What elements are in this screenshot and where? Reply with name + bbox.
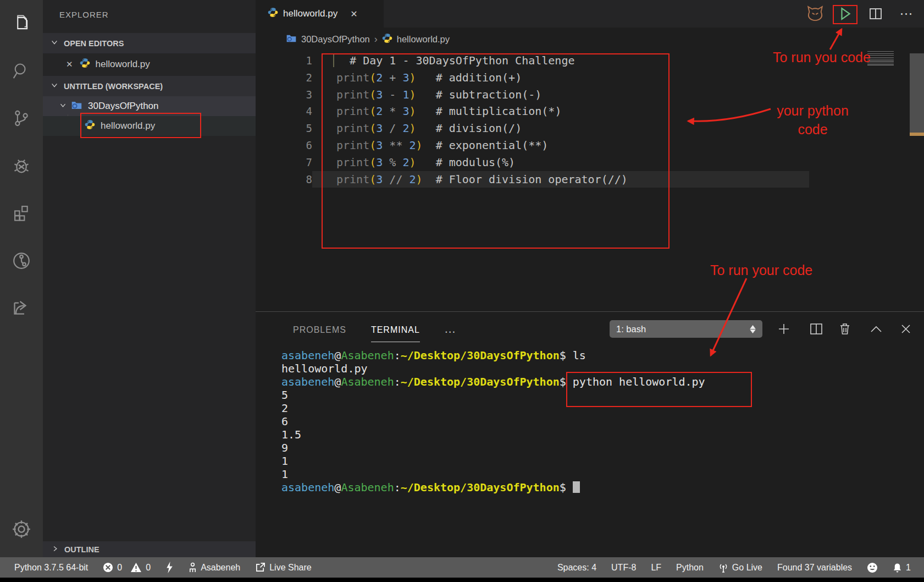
python-file-icon bbox=[268, 7, 278, 20]
run-button[interactable] bbox=[837, 0, 854, 28]
feedback-smiley-icon[interactable] bbox=[867, 562, 878, 573]
open-editor-label: helloworld.py bbox=[96, 59, 150, 70]
chevron-down-icon bbox=[51, 81, 58, 91]
user-status[interactable]: Asabeneh bbox=[189, 562, 240, 573]
code-line[interactable]: 8print(3 // 2) # Floor division operator… bbox=[256, 171, 924, 188]
code-text: print(3 ** 2) # exponential(**) bbox=[336, 137, 548, 154]
split-terminal-icon[interactable] bbox=[807, 320, 826, 338]
eol-status[interactable]: LF bbox=[651, 563, 661, 573]
close-icon[interactable]: ✕ bbox=[350, 9, 357, 19]
folder-tree-item[interactable]: 30DaysOfPython bbox=[43, 96, 256, 116]
python-file-icon bbox=[85, 119, 95, 133]
notifications-status[interactable]: 1 bbox=[893, 562, 911, 573]
encoding-status[interactable]: UTF-8 bbox=[611, 563, 636, 573]
extensions-icon[interactable] bbox=[0, 202, 43, 223]
select-spinner-icon bbox=[750, 325, 756, 333]
cat-icon[interactable] bbox=[805, 0, 825, 28]
overview-ruler-marker bbox=[910, 133, 924, 136]
tab-terminal[interactable]: TERMINAL bbox=[371, 325, 420, 342]
breadcrumb-folder[interactable]: 30DaysOfPython bbox=[301, 34, 370, 45]
code-line[interactable]: 2print(2 + 3) # addition(+) bbox=[256, 69, 924, 86]
status-bar: Python 3.7.5 64-bit 0 0 Asabeneh Live Sh… bbox=[0, 557, 924, 578]
live-share-icon[interactable] bbox=[0, 250, 43, 272]
terminal-line: 1.5 bbox=[281, 428, 705, 441]
folder-icon bbox=[286, 34, 297, 45]
annotation-run-top: To run you code bbox=[773, 50, 871, 65]
activity-bar bbox=[0, 0, 43, 557]
panel-tabs: PROBLEMS TERMINAL ⋯ bbox=[293, 325, 457, 342]
line-number: 2 bbox=[256, 69, 312, 86]
close-icon[interactable]: ✕ bbox=[66, 59, 73, 69]
share-feedback-icon[interactable] bbox=[0, 296, 43, 318]
sidebar-title: EXPLORER bbox=[59, 10, 109, 19]
lightning-icon[interactable] bbox=[165, 562, 174, 573]
explorer-icon[interactable] bbox=[0, 13, 43, 33]
terminal[interactable]: asabeneh@Asabeneh:~/Desktop/30DaysOfPyth… bbox=[281, 349, 705, 494]
breadcrumb[interactable]: 30DaysOfPython › helloworld.py bbox=[256, 28, 924, 51]
tab-problems[interactable]: PROBLEMS bbox=[293, 325, 346, 342]
terminal-line: 6 bbox=[281, 415, 705, 428]
outline-header[interactable]: OUTLINE bbox=[43, 541, 256, 557]
file-tree-item[interactable]: helloworld.py bbox=[43, 116, 256, 136]
indentation-status[interactable]: Spaces: 4 bbox=[557, 563, 596, 573]
more-actions-icon[interactable]: ⋯ bbox=[897, 0, 916, 28]
annotation-run-bottom: To run your code bbox=[710, 262, 812, 278]
tab-bar: helloworld.py ✕ ⋯ bbox=[256, 0, 924, 28]
tab-helloworld[interactable]: helloworld.py ✕ bbox=[256, 0, 384, 28]
panel: PROBLEMS TERMINAL ⋯ 1: bash bbox=[256, 311, 924, 557]
go-live-status[interactable]: Go Live bbox=[718, 562, 762, 573]
code-text: print(2 * 3) # multiplication(*) bbox=[336, 103, 561, 120]
code-line[interactable]: 3print(3 - 1) # subtraction(-) bbox=[256, 86, 924, 103]
terminal-shell-select[interactable]: 1: bash bbox=[610, 320, 762, 338]
bell-icon bbox=[893, 562, 902, 573]
editor-scrollbar[interactable] bbox=[910, 53, 924, 134]
maximize-panel-icon[interactable] bbox=[867, 320, 886, 338]
line-number: 7 bbox=[256, 154, 312, 171]
open-editors-header[interactable]: OPEN EDITORS bbox=[43, 33, 256, 53]
code-line[interactable]: 6print(3 ** 2) # exponential(**) bbox=[256, 137, 924, 154]
line-number: 4 bbox=[256, 103, 312, 120]
terminal-line: 9 bbox=[281, 441, 705, 454]
line-number: 1 bbox=[256, 52, 312, 69]
person-icon bbox=[189, 562, 197, 573]
breadcrumb-file[interactable]: helloworld.py bbox=[397, 34, 450, 45]
chevron-down-icon bbox=[51, 39, 58, 48]
minimap[interactable] bbox=[867, 51, 894, 66]
tab-label: helloworld.py bbox=[283, 8, 337, 19]
code-editor[interactable]: 1 # Day 1 - 30DaysOfPython Challenge2pri… bbox=[256, 51, 924, 311]
source-control-icon[interactable] bbox=[0, 108, 43, 129]
kill-terminal-trash-icon[interactable] bbox=[836, 320, 854, 338]
share-icon bbox=[255, 562, 265, 573]
python-version[interactable]: Python 3.7.5 64-bit bbox=[14, 563, 88, 573]
search-icon[interactable] bbox=[0, 61, 43, 81]
line-number: 6 bbox=[256, 137, 312, 154]
split-editor-icon[interactable] bbox=[867, 0, 884, 28]
terminal-line: 1 bbox=[281, 454, 705, 468]
python-file-icon bbox=[80, 58, 90, 71]
variables-status[interactable]: Found 37 variables bbox=[777, 563, 852, 573]
code-text: # Day 1 - 30DaysOfPython Challenge bbox=[336, 52, 574, 69]
live-share-status[interactable]: Live Share bbox=[255, 562, 312, 573]
close-panel-icon[interactable] bbox=[897, 320, 915, 338]
broadcast-icon bbox=[718, 562, 728, 573]
terminal-line: asabeneh@Asabeneh:~/Desktop/30DaysOfPyth… bbox=[281, 481, 705, 494]
new-terminal-icon[interactable] bbox=[774, 320, 793, 338]
code-line[interactable]: 7print(3 % 2) # modulus(%) bbox=[256, 154, 924, 171]
folder-label: 30DaysOfPython bbox=[88, 101, 159, 112]
terminal-line: asabeneh@Asabeneh:~/Desktop/30DaysOfPyth… bbox=[281, 349, 705, 362]
code-text: print(3 / 2) # division(/) bbox=[336, 120, 522, 137]
terminal-command: python helloworld.py bbox=[573, 375, 705, 388]
workspace-header[interactable]: UNTITLED (WORKSPACE) bbox=[43, 76, 256, 96]
open-editor-item[interactable]: ✕ helloworld.py bbox=[43, 54, 256, 74]
language-status[interactable]: Python bbox=[676, 563, 704, 573]
problems-status[interactable]: 0 0 bbox=[103, 562, 151, 573]
code-text: print(3 // 2) # Floor division operator(… bbox=[336, 171, 628, 188]
debug-icon[interactable] bbox=[0, 155, 43, 177]
settings-gear-icon[interactable] bbox=[0, 517, 43, 541]
chevron-down-icon bbox=[59, 101, 67, 112]
workspace-folder-icon bbox=[71, 100, 82, 113]
chevron-right-icon bbox=[52, 545, 59, 554]
panel-more-icon[interactable]: ⋯ bbox=[445, 325, 457, 342]
terminal-cursor bbox=[573, 481, 580, 493]
code-text: print(3 % 2) # modulus(%) bbox=[336, 154, 515, 171]
